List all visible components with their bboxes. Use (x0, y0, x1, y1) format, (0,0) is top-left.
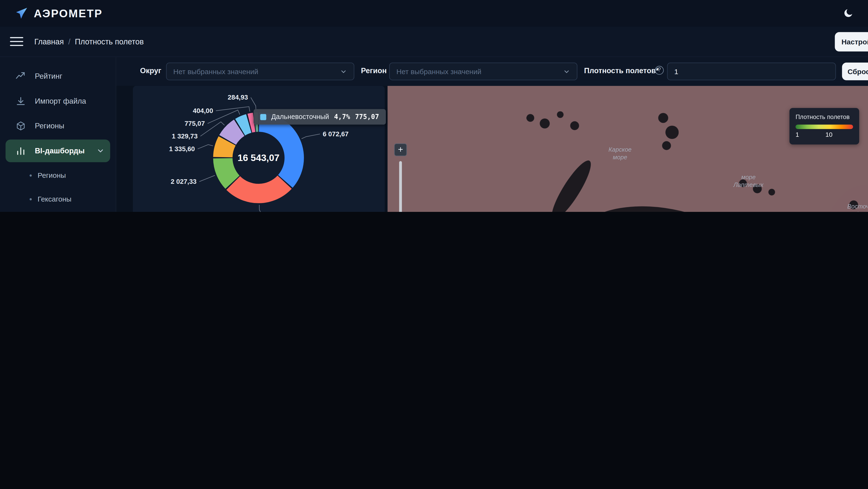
district-placeholder: Нет выбранных значений (173, 67, 258, 75)
sidebar: РейтингИмпорт файлаРегионыBI-дашборды•Ре… (0, 57, 116, 212)
density-input[interactable] (667, 63, 836, 81)
donut-segment-value: 6 072,67 (323, 130, 349, 138)
tooltip-color-chip (260, 114, 266, 120)
map-legend-min: 1 (796, 131, 799, 138)
donut-segment[interactable] (226, 176, 292, 203)
region-select[interactable]: Нет выбранных значений (389, 63, 578, 81)
sidebar-item-label: Регионы (35, 122, 64, 130)
region-label: Регион (361, 66, 386, 75)
sidebar-item-rating[interactable]: Рейтинг (0, 64, 116, 89)
bar-chart-icon (16, 146, 26, 156)
app: АЭРОМЕТР Главная / Плотность полетов Нас… (0, 0, 868, 212)
chevron-down-icon (563, 68, 570, 75)
zoom-slider-track[interactable] (399, 161, 402, 212)
bullet-icon: • (29, 194, 32, 204)
sidebar-item-bi-dashboards[interactable]: BI-дашборды (5, 140, 110, 162)
donut-segment-value: 2 027,33 (170, 178, 196, 185)
sidebar-subitem[interactable]: •Регионы (0, 163, 116, 187)
map-legend-max: 10 (825, 131, 833, 138)
sidebar-item-label: Импорт файла (35, 97, 86, 105)
density-grid (388, 86, 868, 212)
tooltip-name: Дальневосточный (271, 113, 329, 121)
zoom-in-button[interactable]: + (394, 144, 407, 156)
map-legend-gradient (796, 125, 853, 129)
donut-label-line (259, 205, 265, 212)
reset-button[interactable]: Сбросить (842, 63, 868, 81)
sidebar-item-regions[interactable]: Регионы (0, 114, 116, 139)
sidebar-item-import[interactable]: Импорт файла (0, 89, 116, 114)
help-icon[interactable]: ? (655, 66, 664, 75)
chart-tooltip: Дальневосточный 4,7% 775,07 (254, 109, 386, 125)
cube-icon (16, 121, 26, 131)
donut-chart-panel: 6 072,674 313,732 027,331 335,601 329,73… (133, 86, 385, 212)
breadcrumb-current: Плотность полетов (75, 37, 144, 46)
logo: АЭРОМЕТР (14, 6, 103, 21)
sidebar-subitem-label: Гексагоны (38, 195, 71, 203)
filter-bar: Округ Нет выбранных значений Регион Нет … (116, 57, 868, 86)
donut-segment-value: 404,00 (193, 107, 213, 115)
donut-label-line (199, 175, 215, 182)
sidebar-subitem[interactable]: •Гексагоны (0, 187, 116, 211)
breadcrumb-home[interactable]: Главная (34, 37, 64, 46)
tooltip-value: 775,07 (355, 113, 379, 121)
map-canvas[interactable]: Карское мореморе ЛаптевыхБаренцево мореО… (388, 86, 868, 212)
breadcrumb-bar: Главная / Плотность полетов Настройки (0, 27, 868, 57)
map-legend-scale: 1 10 (796, 131, 853, 140)
donut-segment-value: 775,07 (185, 120, 205, 127)
theme-toggle-moon-icon[interactable] (843, 8, 854, 19)
breadcrumb-separator: / (68, 37, 70, 46)
density-label: Плотность полетов* (584, 66, 659, 75)
region-placeholder: Нет выбранных значений (396, 67, 481, 75)
top-bar: АЭРОМЕТР (0, 0, 868, 27)
sidebar-item-label: Рейтинг (35, 72, 62, 81)
donut-segment-value: 1 329,73 (172, 132, 198, 140)
sidebar-item-label: BI-дашборды (35, 147, 85, 155)
sidebar-subitem[interactable]: •Плотность полётов (0, 211, 116, 212)
download-icon (16, 96, 26, 106)
district-select[interactable]: Нет выбранных значений (166, 63, 354, 81)
donut-label-line (251, 97, 256, 111)
donut-label-line (302, 134, 320, 139)
sidebar-subitem-label: Регионы (38, 171, 66, 180)
settings-button[interactable]: Настройки (835, 32, 868, 52)
logo-text: АЭРОМЕТР (34, 7, 103, 20)
plane-logo-icon (14, 6, 28, 21)
trending-up-icon (16, 71, 26, 81)
donut-total: 16 543,07 (238, 152, 279, 163)
breadcrumb: Главная / Плотность полетов (34, 37, 144, 46)
donut-label-line (216, 106, 250, 111)
chevron-down-icon (96, 147, 105, 155)
tooltip-percent: 4,7% (334, 113, 350, 121)
district-label: Округ (140, 66, 161, 75)
donut-chart: 6 072,674 313,732 027,331 335,601 329,73… (133, 86, 385, 212)
donut-segment-value: 1 335,60 (169, 145, 195, 153)
donut-label-line (198, 145, 213, 149)
menu-icon[interactable] (10, 35, 23, 49)
chevron-down-icon (340, 68, 347, 75)
donut-segment-value: 284,93 (228, 94, 248, 101)
map-density-legend: Плотность полетов 1 10 (789, 108, 859, 145)
map-legend-title: Плотность полетов (796, 114, 853, 120)
bullet-icon: • (29, 171, 32, 180)
